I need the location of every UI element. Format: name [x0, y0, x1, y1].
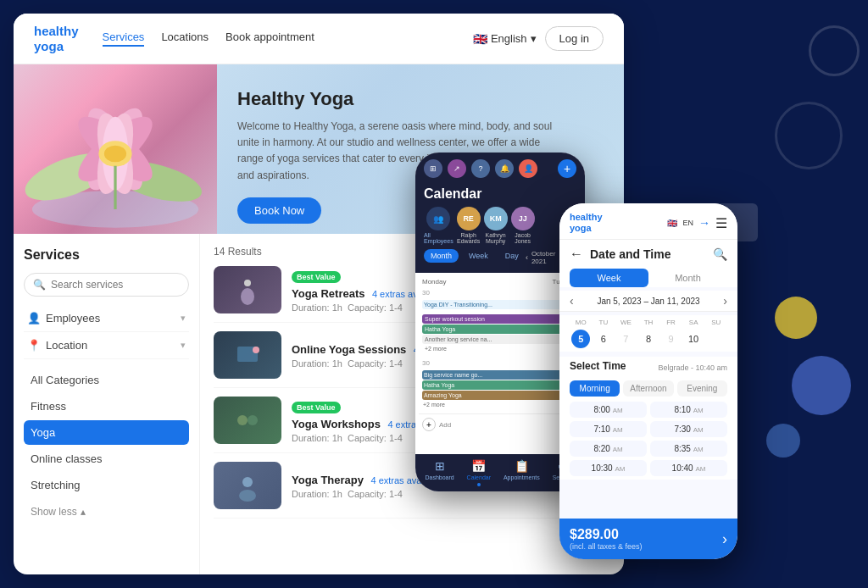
price-display: $289.00 [570, 527, 643, 542]
deco-circle-5 [766, 424, 800, 458]
chevron-up-icon: ▴ [81, 506, 86, 518]
avatar-ralph[interactable]: RE RalphEdwards [457, 207, 481, 244]
time-slot-800[interactable]: 8:00 AM [570, 402, 647, 418]
next-week-arrow[interactable]: › [723, 294, 727, 308]
location-icon: 📍 [27, 339, 41, 352]
appointments-icon: 📋 [515, 459, 529, 473]
time-slot-835[interactable]: 8:35 AM [650, 441, 727, 457]
week-tab[interactable]: Week [462, 249, 495, 263]
chevron-down-icon: ▾ [181, 313, 186, 324]
hero-image [14, 64, 217, 234]
service-name-4: Yoga Therapy [292, 474, 364, 486]
phone1-share-icon[interactable]: ↗ [448, 159, 466, 178]
date-time-title: Date and Time [590, 247, 706, 261]
navigation: healthy yoga Services Locations Book app… [14, 14, 624, 64]
category-online[interactable]: Online classes [24, 447, 189, 471]
login-button[interactable]: Log in [545, 26, 604, 51]
th-label: TH [637, 319, 660, 326]
monday-label: Monday [422, 278, 446, 286]
time-slot-710[interactable]: 7:10 AM [570, 421, 647, 437]
avatar-name-jacob: JacobJones [515, 232, 531, 244]
fr-label: FR [659, 319, 682, 326]
flag-icon: 🇬🇧 [473, 32, 487, 46]
add-event-button[interactable]: + [422, 418, 436, 431]
phone1-avatars: 👥 AllEmployees RE RalphEdwards KM Kathry… [424, 207, 576, 244]
phone1-add-button[interactable]: + [558, 159, 576, 178]
show-less-label: Show less [31, 506, 77, 518]
su-label: SU [704, 319, 727, 326]
back-button[interactable]: ← [570, 247, 583, 262]
afternoon-tab[interactable]: Afternoon [623, 380, 673, 397]
nav-link-services[interactable]: Services [103, 31, 145, 47]
search-icon: 🔍 [33, 279, 46, 291]
show-less-button[interactable]: Show less ▴ [24, 502, 189, 521]
phone1-help-icon[interactable]: ? [471, 159, 490, 178]
book-now-button[interactable]: Book Now [237, 197, 321, 224]
morning-tab[interactable]: Morning [570, 380, 620, 397]
phone1-grid-icon[interactable]: ⊞ [424, 159, 442, 178]
day-5[interactable]: 5 [571, 330, 590, 348]
avatar-jacob[interactable]: JJ JacobJones [511, 207, 535, 244]
day-tab[interactable]: Day [498, 249, 526, 263]
calendar-nav-label: Calendar [467, 474, 491, 480]
date-range-label: Jan 5, 2023 – Jan 11, 2023 [574, 297, 724, 306]
logo: healthy yoga [34, 24, 79, 54]
day-9[interactable]: 9 [662, 330, 681, 348]
nav-link-locations[interactable]: Locations [161, 31, 209, 47]
phone1-user-icon[interactable]: 👤 [519, 159, 537, 178]
employees-filter[interactable]: 👤 Employees ▾ [24, 305, 189, 332]
month-tab[interactable]: Month [424, 249, 459, 263]
select-time-title: Select Time [570, 360, 626, 372]
day-headers: Monday Tuesday [419, 276, 581, 287]
sidebar: Services 🔍 👤 Employees ▾ 📍 Location ▾ [14, 234, 200, 574]
time-slot-1040[interactable]: 10:40 AM [650, 460, 727, 476]
next-button[interactable]: › [722, 530, 727, 548]
day-6[interactable]: 6 [594, 330, 613, 348]
active-indicator [477, 483, 481, 486]
nav-dashboard[interactable]: ⊞ Dashboard [425, 459, 453, 486]
week-button[interactable]: Week [570, 269, 648, 287]
nav-right: 🇬🇧 English ▾ Log in [473, 26, 604, 51]
appointments-label: Appointments [504, 474, 540, 480]
time-slot-730[interactable]: 7:30 AM [650, 421, 727, 437]
prev-month-arrow[interactable]: ‹ [526, 253, 528, 262]
language-selector[interactable]: 🇬🇧 English ▾ [473, 32, 537, 46]
avatar-circle-ralph: RE [457, 207, 481, 230]
category-stretching[interactable]: Stretching [24, 473, 189, 497]
day-7[interactable]: 7 [616, 330, 635, 348]
deco-circle-4 [792, 356, 851, 415]
best-value-badge-3: Best Value [292, 402, 341, 413]
chevron-down-icon: ▾ [181, 340, 186, 351]
time-slot-820[interactable]: 8:20 AM [570, 441, 647, 457]
all-employees-item[interactable]: 👥 AllEmployees [424, 207, 453, 244]
phone1-bell-icon[interactable]: 🔔 [495, 159, 514, 178]
category-fitness[interactable]: Fitness [24, 394, 189, 419]
chevron-down-icon: ▾ [531, 32, 537, 45]
menu-icon[interactable]: ☰ [715, 215, 727, 231]
deco-circle-2 [775, 102, 843, 169]
category-yoga[interactable]: Yoga [24, 420, 189, 445]
day-11[interactable] [707, 330, 726, 348]
time-slot-1030[interactable]: 10:30 AM [570, 460, 647, 476]
day-8[interactable]: 8 [639, 330, 658, 348]
time-period-tabs: Morning Afternoon Evening [570, 380, 727, 397]
search-box[interactable]: 🔍 [24, 273, 189, 297]
avatar-kathryn[interactable]: KM KathrynMurphy [484, 207, 508, 244]
search-input[interactable] [51, 279, 180, 291]
evening-tab[interactable]: Evening [677, 380, 727, 397]
nav-calendar[interactable]: 📅 Calendar [467, 459, 491, 486]
month-button[interactable]: Month [648, 269, 727, 287]
calendar-title: Calendar [424, 186, 576, 202]
location-filter[interactable]: 📍 Location ▾ [24, 332, 189, 359]
language-label: English [491, 32, 527, 45]
category-all[interactable]: All Categories [24, 368, 189, 392]
svg-point-19 [242, 477, 253, 487]
day-10[interactable]: 10 [684, 330, 703, 348]
time-slot-810[interactable]: 8:10 AM [650, 402, 727, 418]
mo-label: MO [570, 319, 593, 326]
svg-point-16 [253, 347, 259, 353]
search-icon[interactable]: 🔍 [713, 247, 727, 261]
login-icon[interactable]: → [698, 216, 710, 230]
nav-appointments[interactable]: 📋 Appointments [504, 459, 540, 486]
nav-link-book[interactable]: Book appointment [225, 31, 314, 47]
